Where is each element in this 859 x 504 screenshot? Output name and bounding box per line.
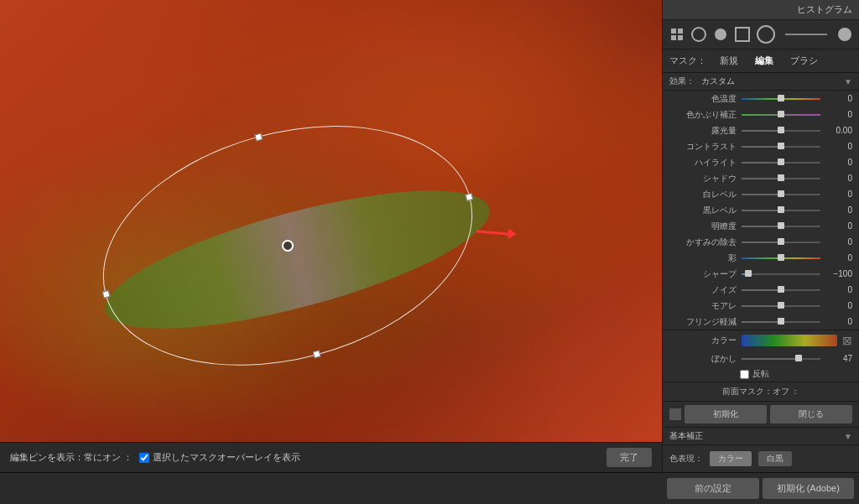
image-bottom-bar: 編集ピンを表示：常にオン ： 選択したマスクオーバーレイを表示 完了 <box>0 442 662 472</box>
mask-tab-new[interactable]: 新規 <box>713 53 745 69</box>
slider-track-clarity[interactable] <box>742 226 820 227</box>
grid-icon[interactable] <box>669 27 685 42</box>
slider-label-saturation: 彩 <box>669 252 737 264</box>
square-icon[interactable] <box>735 27 750 42</box>
slider-track-noise[interactable] <box>742 289 820 291</box>
kihon-dropdown-icon[interactable]: ▼ <box>844 432 852 441</box>
slider-row-exposure: 露光量 0.00 <box>663 122 859 138</box>
mask-handle-bottom[interactable] <box>313 350 321 358</box>
overlay-label-text: 選択したマスクオーバーレイを表示 <box>153 451 300 464</box>
slider-value-moire: 0 <box>825 301 852 310</box>
overlay-checkbox[interactable] <box>139 453 149 463</box>
bottom-bar-right: 完了 <box>607 448 652 467</box>
slider-label-moire: モアレ <box>669 300 737 312</box>
overlay-checkbox-label[interactable]: 選択したマスクオーバーレイを表示 <box>139 451 300 464</box>
svg-rect-2 <box>671 35 676 40</box>
nav-right-buttons: 前の設定 初期化 (Adobe) <box>662 478 859 499</box>
right-panel: ヒストグラム マスク： 新規 編集 ブラシ 効果： <box>662 0 859 472</box>
slider-track-sharp[interactable] <box>742 273 820 275</box>
panel-buttons-row: 初期化 閉じる <box>663 401 859 427</box>
slider-value-color-cast: 0 <box>825 110 852 119</box>
slider-row-highlight: ハイライト 0 <box>663 154 859 170</box>
finish-button[interactable]: 完了 <box>607 448 652 467</box>
slider-row-fringe: フリンジ軽減 0 <box>663 314 859 330</box>
circle-outline-icon[interactable] <box>757 25 775 44</box>
slider-track-saturation[interactable] <box>742 257 820 259</box>
bottom-bar-left: 編集ピンを表示：常にオン ： 選択したマスクオーバーレイを表示 <box>10 451 593 464</box>
pin-display-label: 編集ピンを表示：常にオン ： <box>10 451 133 464</box>
slider-track-blur[interactable] <box>742 358 820 360</box>
slider-label-clarity: 明瞭度 <box>669 221 737 232</box>
divider-line <box>785 34 827 35</box>
slider-track-color-temp[interactable] <box>742 98 820 100</box>
close-button[interactable]: 閉じる <box>770 405 852 423</box>
slider-label-exposure: 露光量 <box>669 125 737 137</box>
circle-icon[interactable] <box>691 27 706 42</box>
color-options-icon[interactable]: ⊠ <box>842 334 852 347</box>
slider-label-shadow: シャドウ <box>669 173 737 184</box>
mask-handle-left[interactable] <box>102 290 111 299</box>
color-swatch[interactable] <box>742 335 837 346</box>
slider-row-color-temp: 色温度 0 <box>663 91 859 107</box>
svg-point-4 <box>715 29 726 40</box>
slider-track-moire[interactable] <box>742 305 820 307</box>
slider-value-color-temp: 0 <box>825 94 852 103</box>
svg-point-5 <box>838 28 851 41</box>
slider-track-highlight[interactable] <box>742 162 820 164</box>
slider-label-highlight: ハイライト <box>669 157 737 169</box>
mask-tab-brush[interactable]: ブラシ <box>784 53 825 69</box>
slider-row-dehaze: かすみの除去 0 <box>663 234 859 250</box>
effect-value: カスタム <box>701 75 844 87</box>
invert-row: 反転 <box>663 366 859 382</box>
panel-icons-row <box>663 20 859 49</box>
kihon-label: 基本補正 <box>669 430 844 442</box>
kihon-row: 基本補正 ▼ <box>663 427 859 444</box>
slider-track-exposure[interactable] <box>742 130 820 132</box>
slider-value-contrast: 0 <box>825 142 852 151</box>
front-mask-text: 前面マスク：オフ ： <box>722 387 800 396</box>
slider-track-dehaze[interactable] <box>742 242 820 243</box>
prev-setting-button[interactable]: 前の設定 <box>667 478 759 499</box>
bw-mode-button[interactable]: 白黒 <box>758 451 792 466</box>
invert-checkbox[interactable] <box>740 370 749 379</box>
effect-label: 効果： <box>669 75 695 87</box>
slider-track-black[interactable] <box>742 210 820 211</box>
effect-dropdown-icon[interactable]: ▼ <box>844 77 852 86</box>
slider-track-white[interactable] <box>742 194 820 195</box>
slider-label-black: 黒レベル <box>669 205 737 216</box>
slider-value-clarity: 0 <box>825 221 852 231</box>
filled-circle-large-icon[interactable] <box>837 27 852 42</box>
slider-label-color-temp: 色温度 <box>669 93 737 105</box>
slider-row-black: 黒レベル 0 <box>663 202 859 218</box>
color-label: カラー <box>669 335 737 346</box>
slider-row-sharp: シャープ −100 <box>663 266 859 282</box>
slider-track-contrast[interactable] <box>742 146 820 148</box>
reset-button[interactable]: 初期化 <box>685 405 767 423</box>
panel-title: ヒストグラム <box>797 4 852 14</box>
slider-row-moire: モアレ 0 <box>663 298 859 314</box>
color-display-row: 色表現： カラー 白黒 <box>669 449 852 469</box>
color-mode-button[interactable]: カラー <box>710 451 752 466</box>
slider-value-highlight: 0 <box>825 158 852 167</box>
image-area: 編集ピンを表示：常にオン ： 選択したマスクオーバーレイを表示 完了 <box>0 0 662 472</box>
mask-tab-edit[interactable]: 編集 <box>748 53 780 69</box>
small-square-btn[interactable] <box>669 408 681 420</box>
slider-track-shadow[interactable] <box>742 178 820 179</box>
slider-row-saturation: 彩 0 <box>663 250 859 266</box>
filled-circle-icon[interactable] <box>713 27 728 42</box>
sliders-section: 色温度 0 色かぶり補正 0 露光量 <box>663 91 859 444</box>
mask-center-handle[interactable] <box>281 238 295 252</box>
slider-track-fringe[interactable] <box>742 321 820 323</box>
slider-track-color-cast[interactable] <box>742 114 820 116</box>
slider-row-shadow: シャドウ 0 <box>663 170 859 186</box>
mask-label: マスク： <box>669 55 706 67</box>
slider-value-fringe: 0 <box>825 317 852 326</box>
slider-row-contrast: コントラスト 0 <box>663 138 859 154</box>
svg-rect-0 <box>671 29 676 34</box>
svg-rect-3 <box>678 35 683 40</box>
slider-value-saturation: 0 <box>825 253 852 262</box>
slider-value-sharp: −100 <box>825 269 852 278</box>
nav-bar: 前の設定 初期化 (Adobe) <box>0 472 859 504</box>
svg-rect-1 <box>678 29 683 34</box>
initial-adobe-button[interactable]: 初期化 (Adobe) <box>763 478 855 499</box>
